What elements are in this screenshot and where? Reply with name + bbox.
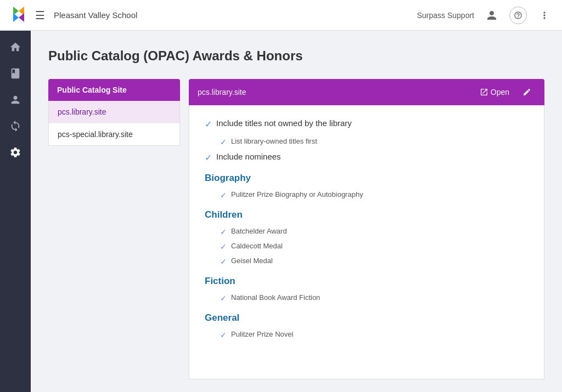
top-navigation: ☰ Pleasant Valley School Surpass Support (0, 0, 562, 31)
main-content: Public Catalog (OPAC) Awards & Honors Pu… (31, 31, 562, 392)
checkmark-icon: ✓ (220, 294, 227, 303)
support-label: Surpass Support (417, 11, 474, 20)
check-library-first: ✓ List library-owned titles first (220, 137, 529, 146)
checkmark-icon: ✓ (220, 138, 227, 146)
sidebar-item-home[interactable] (3, 35, 27, 59)
help-button[interactable] (509, 7, 527, 24)
checkmark-icon: ✓ (205, 152, 212, 163)
catalog-site-item-pcs-special[interactable]: pcs-special.library.site (49, 123, 179, 145)
check-pulitzer-bio: ✓ Pulitzer Prize Biography or Autobiogra… (220, 190, 529, 200)
sidebar-item-settings[interactable] (3, 140, 27, 164)
sidebar-item-users[interactable] (3, 88, 27, 112)
checkmark-icon: ✓ (220, 242, 227, 251)
content-layout: Public Catalog Site pcs.library.site pcs… (48, 79, 544, 379)
left-panel-items: pcs.library.site pcs-special.library.sit… (48, 101, 180, 146)
header-actions: Open (475, 86, 536, 99)
more-options-button[interactable] (536, 7, 553, 24)
sidebar-item-sync[interactable] (3, 114, 27, 138)
right-panel: pcs.library.site Open ✓ Include titles n… (189, 79, 544, 379)
user-profile-button[interactable] (483, 7, 501, 24)
category-children: Children (205, 209, 529, 220)
open-catalog-button[interactable]: Open (475, 86, 514, 99)
check-include-nominees: ✓ Include nominees (205, 152, 529, 163)
school-name: Pleasant Valley School (54, 10, 137, 20)
category-biography: Biography (205, 173, 529, 184)
app-logo (9, 4, 29, 26)
checkmark-icon: ✓ (220, 191, 227, 200)
checkmark-icon: ✓ (220, 331, 227, 339)
checkmark-icon: ✓ (220, 257, 227, 266)
sidebar (0, 31, 31, 392)
check-geisel: ✓ Geisel Medal (220, 257, 529, 266)
left-panel: Public Catalog Site pcs.library.site pcs… (48, 79, 180, 379)
left-panel-header: Public Catalog Site (48, 79, 180, 101)
page-title: Public Catalog (OPAC) Awards & Honors (48, 48, 544, 64)
edit-catalog-button[interactable] (518, 86, 536, 99)
right-panel-header: pcs.library.site Open (189, 79, 544, 105)
sidebar-item-catalog[interactable] (3, 61, 27, 86)
check-include-titles: ✓ Include titles not owned by the librar… (205, 118, 529, 129)
category-fiction: Fiction (205, 276, 529, 287)
catalog-url-label: pcs.library.site (198, 88, 475, 96)
check-pulitzer-novel: ✓ Pulitzer Prize Novel (220, 330, 529, 339)
svg-marker-1 (13, 13, 19, 22)
topnav-right-section: Surpass Support (417, 7, 553, 24)
menu-toggle-icon[interactable]: ☰ (35, 9, 45, 22)
category-general: General (205, 313, 529, 323)
check-national-book-fiction: ✓ National Book Award Fiction (220, 293, 529, 303)
checkmark-icon: ✓ (205, 119, 212, 129)
right-panel-content: ✓ Include titles not owned by the librar… (189, 105, 544, 379)
check-batchelder: ✓ Batchelder Award (220, 227, 529, 236)
check-caldecott: ✓ Caldecott Medal (220, 242, 529, 251)
catalog-site-item-pcs[interactable]: pcs.library.site (49, 101, 179, 123)
checkmark-icon: ✓ (220, 228, 227, 236)
svg-marker-3 (19, 13, 24, 22)
